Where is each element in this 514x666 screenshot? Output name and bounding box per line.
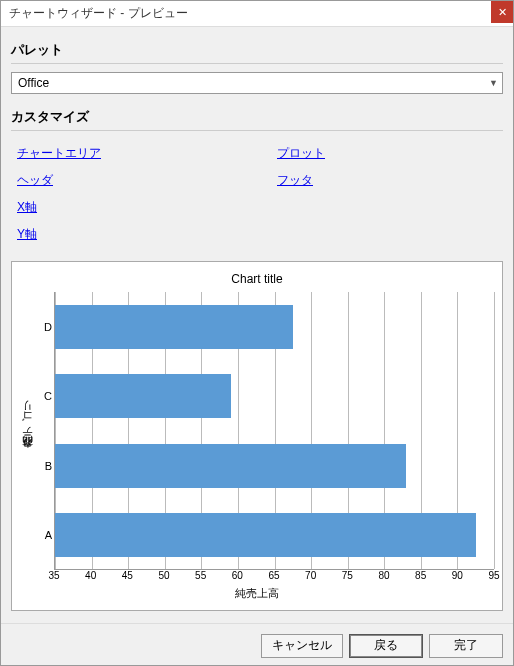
y-axis-label: 商品カテゴリ	[20, 292, 36, 570]
divider	[11, 63, 503, 64]
x-tick-label: 35	[48, 570, 59, 581]
finish-button[interactable]: 完了	[429, 634, 503, 658]
close-button[interactable]: ✕	[491, 1, 513, 23]
customize-label: カスタマイズ	[11, 108, 503, 126]
palette-dropdown[interactable]: Office ▼	[11, 72, 503, 94]
link-header[interactable]: ヘッダ	[17, 172, 53, 189]
x-tick-label: 80	[378, 570, 389, 581]
x-tick-label: 55	[195, 570, 206, 581]
x-tick-label: 75	[342, 570, 353, 581]
y-category-label: B	[45, 460, 52, 472]
chart-preview: Chart title 商品カテゴリ DCBA 3540455055606570…	[11, 261, 503, 611]
chart-title: Chart title	[20, 272, 494, 286]
y-categories: DCBA	[36, 292, 54, 570]
palette-label: パレット	[11, 41, 503, 59]
bar	[55, 305, 293, 349]
chevron-down-icon: ▼	[489, 78, 498, 88]
x-tick-label: 60	[232, 570, 243, 581]
button-bar: キャンセル 戻る 完了	[1, 623, 513, 666]
link-chart-area[interactable]: チャートエリア	[17, 145, 101, 162]
palette-value: Office	[18, 76, 489, 90]
link-footer[interactable]: フッタ	[277, 172, 313, 189]
link-plot[interactable]: プロット	[277, 145, 325, 162]
divider	[11, 130, 503, 131]
x-tick-label: 40	[85, 570, 96, 581]
x-tick-label: 50	[158, 570, 169, 581]
bar	[55, 444, 406, 488]
title-bar: チャートウィザード - プレビュー ✕	[1, 1, 513, 27]
x-tick-label: 95	[488, 570, 499, 581]
y-category-label: A	[45, 529, 52, 541]
link-y-axis[interactable]: Y軸	[17, 226, 37, 243]
x-tick-label: 85	[415, 570, 426, 581]
x-ticks: 35404550556065707580859095	[54, 570, 494, 584]
close-icon: ✕	[498, 6, 507, 19]
y-category-label: D	[44, 321, 52, 333]
bar	[55, 374, 231, 418]
x-tick-label: 70	[305, 570, 316, 581]
gridline	[494, 292, 495, 569]
x-tick-label: 45	[122, 570, 133, 581]
x-tick-label: 65	[268, 570, 279, 581]
cancel-button[interactable]: キャンセル	[261, 634, 343, 658]
bar	[55, 513, 476, 557]
link-x-axis[interactable]: X軸	[17, 199, 37, 216]
customize-links: チャートエリア プロット ヘッダ フッタ X軸 Y軸	[11, 139, 503, 261]
plot-area	[54, 292, 494, 570]
x-axis-label: 純売上高	[20, 586, 494, 601]
x-tick-label: 90	[452, 570, 463, 581]
window-title: チャートウィザード - プレビュー	[9, 5, 188, 22]
back-button[interactable]: 戻る	[349, 634, 423, 658]
y-category-label: C	[44, 390, 52, 402]
content-area: パレット Office ▼ カスタマイズ チャートエリア プロット ヘッダ フッ…	[1, 27, 513, 623]
